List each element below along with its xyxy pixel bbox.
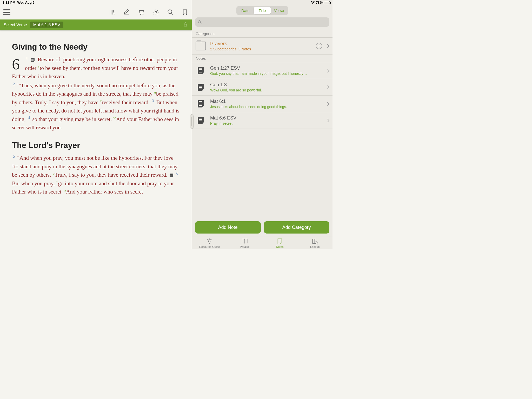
categories-header: Categories (192, 30, 332, 38)
info-icon[interactable]: i (316, 43, 322, 49)
note-icon (198, 100, 204, 108)
note-row[interactable]: Mat 6:6 ESV Pray in secret. (192, 112, 332, 129)
note-title: Gen 1:3 (210, 82, 322, 88)
chevron-right-icon (326, 44, 329, 48)
folder-icon (196, 42, 206, 50)
verse-number[interactable]: 4 (28, 116, 30, 120)
chevron-right-icon (326, 85, 329, 89)
scripture-reader[interactable]: Giving to the Needy 6 1 "Beware of rprac… (0, 30, 192, 249)
note-preview: God, you say that I am made in your imag… (210, 71, 322, 76)
chevron-right-icon (326, 69, 329, 72)
tab-parallel[interactable]: Parallel (227, 238, 262, 248)
verse-number[interactable]: 5 (13, 155, 15, 158)
svg-point-4 (315, 242, 317, 244)
category-meta: 2 Subcategories, 3 Notes (210, 47, 312, 51)
svg-point-0 (155, 11, 157, 13)
status-date: Wed Aug 5 (17, 1, 34, 4)
note-preview: Jesus talks about been seen doing good t… (210, 105, 322, 109)
section-heading: The Lord's Prayer (12, 139, 180, 152)
cross-ref[interactable]: u (154, 90, 156, 94)
cart-icon[interactable] (138, 9, 145, 16)
action-buttons: Add Note Add Category (192, 221, 332, 236)
verse-number[interactable]: 6 (176, 171, 178, 175)
note-marker-icon[interactable] (170, 174, 173, 177)
tab-lookup[interactable]: Lookup (297, 238, 332, 248)
verse-number[interactable]: 3 (152, 99, 154, 103)
bulb-icon (206, 238, 213, 245)
verse-number[interactable]: 1 (26, 56, 28, 60)
search-icon (198, 20, 202, 24)
select-verse-button[interactable]: Select Verse (4, 23, 27, 27)
svg-point-3 (208, 239, 211, 242)
cross-ref[interactable]: t (17, 82, 18, 86)
sort-date-button[interactable]: Date (237, 7, 254, 14)
category-row[interactable]: Prayers 2 Subcategories, 3 Notes i (192, 38, 332, 55)
cross-ref[interactable]: w (113, 116, 116, 120)
lookup-icon (311, 238, 318, 245)
bottom-tabs: Resource Guide Parallel Notes Lookup (192, 236, 332, 249)
note-icon (198, 117, 204, 124)
note-icon (198, 67, 204, 74)
note-row[interactable]: Gen 1:3 Wow! God, you are so powerful. (192, 79, 332, 96)
tab-resource-guide[interactable]: Resource Guide (192, 238, 227, 248)
chevron-right-icon (326, 102, 329, 105)
notes-header: Notes (192, 55, 332, 62)
notes-pane: 78% Date Title Verse Categories Prayers … (192, 0, 332, 249)
search-input[interactable] (195, 17, 329, 27)
verse-number[interactable]: 2 (13, 82, 15, 86)
status-bar: 3:32 PM Wed Aug 5 (0, 0, 332, 5)
cross-ref[interactable]: y (53, 171, 55, 175)
add-category-button[interactable]: Add Category (264, 221, 330, 234)
lock-icon[interactable] (183, 22, 188, 28)
note-marker-icon[interactable] (31, 58, 35, 62)
cross-ref[interactable]: r (62, 56, 63, 60)
cross-ref[interactable]: s (38, 65, 39, 69)
cross-ref[interactable]: a (64, 188, 66, 192)
sort-segmented-control: Date Title Verse (236, 6, 288, 15)
book-open-icon (241, 238, 248, 245)
reader-pane: Select Verse Mat 6:1-6 ESV Giving to the… (0, 0, 192, 249)
status-time: 3:32 PM (3, 1, 15, 4)
highlight-icon[interactable] (123, 9, 130, 16)
note-row[interactable]: Mat 6:1 Jesus talks about been seen doin… (192, 96, 332, 112)
sort-title-button[interactable]: Title (254, 7, 271, 14)
notes-list: Gen 1:27 ESV God, you say that I am made… (192, 62, 332, 221)
verse-bar: Select Verse Mat 6:1-6 ESV (0, 19, 192, 30)
svg-point-2 (198, 21, 201, 23)
note-preview: Pray in secret. (210, 121, 322, 125)
note-title: Mat 6:1 (210, 99, 322, 104)
category-name: Prayers (210, 41, 312, 46)
chapter-number: 6 (12, 56, 20, 72)
cross-ref[interactable]: v (100, 99, 102, 103)
note-icon (198, 84, 204, 91)
search-icon[interactable] (167, 9, 174, 16)
tab-notes[interactable]: Notes (262, 238, 297, 248)
gear-icon[interactable] (152, 9, 159, 16)
cross-ref[interactable]: x (12, 163, 14, 167)
pane-drag-handle[interactable] (190, 114, 194, 129)
chevron-right-icon (326, 118, 329, 122)
svg-point-1 (168, 10, 172, 14)
note-row[interactable]: Gen 1:27 ESV God, you say that I am made… (192, 62, 332, 79)
menu-button[interactable] (3, 9, 10, 15)
current-verse-pill[interactable]: Mat 6:1-6 ESV (30, 22, 63, 28)
section-heading: Giving to the Needy (12, 41, 180, 53)
sort-verse-button[interactable]: Verse (271, 7, 288, 14)
note-preview: Wow! God, you are so powerful. (210, 88, 322, 92)
bookmark-icon[interactable] (181, 9, 189, 16)
note-tab-icon (276, 238, 283, 245)
note-title: Mat 6:6 ESV (210, 115, 322, 121)
add-note-button[interactable]: Add Note (195, 221, 261, 234)
library-icon[interactable] (109, 9, 116, 16)
cross-ref[interactable]: z (56, 180, 58, 184)
note-title: Gen 1:27 ESV (210, 65, 322, 71)
